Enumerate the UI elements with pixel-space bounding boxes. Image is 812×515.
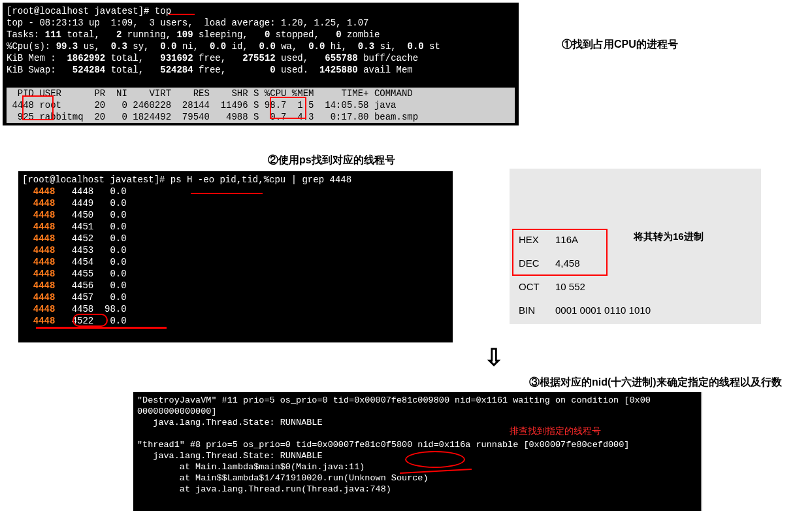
step1-label: ①找到占用CPU的进程号 — [562, 38, 678, 52]
terminal-ps: [root@localhost javatest]# ps H -eo pid,… — [18, 171, 453, 342]
scrollbar-placeholder — [701, 392, 702, 511]
step3-label: ③根据对应的nid(十六进制)来确定指定的线程以及行数 — [529, 376, 782, 390]
step2-label: ②使用ps找到对应的线程号 — [268, 154, 395, 167]
hex-panel: 将其转为16进制 HEX116ADEC4,458OCT10 552BIN0001… — [510, 169, 761, 324]
hex-rows: HEX116ADEC4,458OCT10 552BIN0001 0001 011… — [519, 234, 651, 328]
terminal-top: [root@localhost javatest]# top top - 08:… — [3, 3, 519, 125]
terminal-jstack: "DestroyJavaVM" #11 prio=5 os_prio=0 tid… — [133, 392, 702, 511]
jstack-note: 排查找到指定的线程号 — [510, 425, 601, 437]
arrow-down-icon: ⇩ — [484, 344, 504, 371]
